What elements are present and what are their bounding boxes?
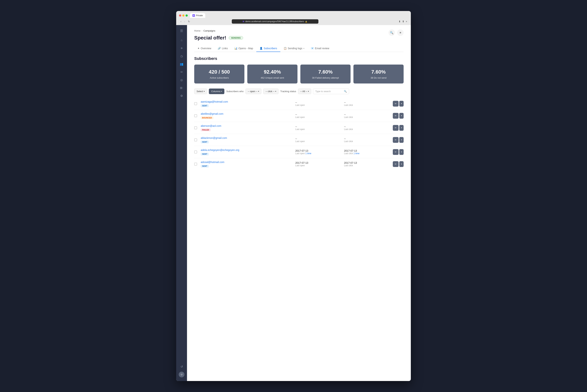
last-open-label: Last open: [295, 140, 341, 143]
sending-logs-chevron: ▾: [304, 48, 304, 50]
edit-button[interactable]: ✏: [393, 149, 399, 155]
more-button[interactable]: ▾: [399, 149, 404, 155]
last-click-label: Last click: [344, 140, 390, 143]
row-checkbox[interactable]: [194, 138, 197, 141]
click-filter[interactable]: -- click -- ▾: [263, 88, 278, 94]
user-avatar[interactable]: U: [179, 372, 184, 378]
last-click-label: Last click: [344, 128, 390, 130]
top-right-actions: 🔍 ☀: [388, 30, 404, 36]
forward-button[interactable]: ›: [184, 19, 186, 24]
sidebar-item-settings[interactable]: ⚙: [178, 92, 185, 99]
tab-subscribers[interactable]: 👤 Subscribers: [256, 45, 280, 52]
share-icon[interactable]: ⬆: [402, 20, 404, 23]
tab-links[interactable]: 🔗 Links: [214, 45, 231, 52]
edit-button[interactable]: ✏: [393, 137, 399, 143]
sidebar-item-home[interactable]: ⌂: [178, 36, 185, 44]
download-icon[interactable]: ⬇: [399, 20, 401, 23]
open-time-link[interactable]: 1 time: [306, 152, 311, 155]
subscriber-tag: SENT: [201, 141, 209, 143]
breadcrumb-home[interactable]: Home: [194, 30, 200, 32]
more-button[interactable]: ▾: [399, 101, 404, 106]
more-button[interactable]: ▾: [399, 137, 404, 143]
row-checkbox[interactable]: [194, 126, 197, 129]
table-row: abeliles@gmail.com BOUNCED -- Last open …: [194, 110, 404, 122]
more-button[interactable]: ▾: [399, 125, 404, 131]
page-header: Special offer! SENDING: [194, 35, 404, 41]
row-checkbox[interactable]: [194, 114, 197, 117]
add-tab-icon[interactable]: +: [406, 20, 407, 23]
subscriber-email[interactable]: adela.echegoyen@echegoyen.org: [201, 148, 292, 152]
all-filter[interactable]: -- All -- ▾: [298, 88, 311, 94]
edit-button[interactable]: ✏: [393, 125, 399, 131]
last-open-value: --: [295, 101, 341, 104]
table-row: aareizaga@hotmail.com SENT -- Last open …: [194, 98, 404, 110]
last-click-label: Last click: [344, 104, 390, 106]
maximize-button[interactable]: [186, 14, 188, 16]
search-button[interactable]: 🔍: [388, 30, 395, 36]
stat-donot-value: 7.60%: [357, 69, 400, 75]
search-box[interactable]: Type to search 🔍: [313, 88, 349, 94]
row-checkbox[interactable]: [194, 163, 197, 166]
theme-toggle-button[interactable]: ☀: [397, 30, 404, 36]
open-filter[interactable]: -- open -- ▾: [245, 88, 261, 94]
close-button[interactable]: [179, 14, 181, 16]
sidebar-item-edit[interactable]: ✏: [178, 68, 185, 76]
last-click-value: --: [344, 137, 390, 140]
subscriber-email[interactable]: ablackmon@gmail.com: [201, 136, 292, 140]
more-button[interactable]: ▾: [399, 161, 404, 167]
tracking-label: Tracking status: [280, 90, 296, 93]
main-content: Home › Campaigns 🔍 ☀ Special offer! SEND…: [187, 25, 411, 381]
subscriber-email[interactable]: adosal@hotmail.com: [201, 161, 292, 164]
tab-overview[interactable]: ✦ Overview: [194, 45, 214, 52]
tab-opens-map[interactable]: 📊 Opens - Map: [231, 45, 256, 52]
email-review-icon: 📧: [311, 47, 314, 50]
table-row: adosal@hotmail.com SENT 2017-07-13 Last …: [194, 158, 404, 170]
last-click-value: --: [344, 101, 390, 104]
reload-button[interactable]: ↻: [187, 19, 191, 24]
lock-icon: 🔒: [305, 20, 307, 22]
tab-sending-logs[interactable]: 📋 Sending logs ▾: [280, 45, 308, 52]
minimize-button[interactable]: [182, 14, 184, 16]
sidebar-item-send[interactable]: ✈: [178, 44, 185, 52]
more-button[interactable]: ▾: [399, 113, 404, 119]
all-filter-chevron: ▾: [308, 90, 309, 92]
address-bar[interactable]: M demo.acellemail.com/campaigns/59674ae2…: [232, 19, 319, 24]
table-row: adela.echegoyen@echegoyen.org SENT 2017-…: [194, 146, 404, 158]
edit-button[interactable]: ✏: [393, 113, 399, 119]
breadcrumb-campaigns[interactable]: Campaigns: [203, 30, 215, 32]
sidebar-item-history[interactable]: ↺: [178, 363, 185, 370]
stat-card-failed: 7.60% 38 Failed delivery attempt: [300, 64, 351, 84]
subscriber-tag: SENT: [201, 104, 209, 107]
sidebar-item-analytics[interactable]: ◎: [178, 76, 185, 84]
stat-donot-label: 38 Do not send: [357, 76, 400, 79]
subscriber-tag: SENT: [201, 153, 209, 156]
last-click-label: Last click 1 time: [344, 152, 390, 155]
subscriber-email[interactable]: abeliles@gmail.com: [201, 112, 292, 115]
sidebar: ☰ ⌂ ✈ ◷ 👥 ✏ ◎ ⊞› ⚙ ↺ U: [176, 25, 187, 381]
tab-email-review[interactable]: 📧 Email review: [308, 45, 333, 52]
select-button[interactable]: Select ▾: [194, 88, 207, 94]
favicon: M: [192, 14, 195, 17]
stat-card-donot: 7.60% 38 Do not send: [354, 64, 404, 84]
sidebar-item-contacts[interactable]: 👥: [178, 60, 185, 68]
subscriber-email[interactable]: aareizaga@hotmail.com: [201, 100, 292, 103]
sidebar-item-reports[interactable]: ⊞›: [178, 84, 185, 92]
subscriber-email[interactable]: aberson@aol.com: [201, 124, 292, 127]
click-time-link[interactable]: 1 time: [354, 152, 360, 155]
columns-button[interactable]: Columns ▾: [209, 88, 224, 94]
sidebar-item-clock[interactable]: ◷: [178, 52, 185, 60]
edit-button[interactable]: ✏: [393, 101, 399, 106]
last-click-value: 2017-07-13: [344, 162, 390, 164]
back-button[interactable]: ‹: [180, 19, 182, 24]
click-filter-chevron: ▾: [275, 90, 276, 92]
select-chevron: ▾: [204, 90, 205, 92]
last-open-value: --: [295, 113, 341, 116]
row-checkbox[interactable]: [194, 150, 197, 154]
table-row: aberson@aol.com FAILED -- Last open -- L…: [194, 122, 404, 134]
sidebar-menu-toggle[interactable]: ☰: [178, 27, 185, 34]
edit-button[interactable]: ✏: [393, 161, 399, 167]
subscribers-icon: 👤: [259, 47, 263, 50]
row-checkbox[interactable]: [194, 102, 197, 105]
browser-tab[interactable]: M Private: [190, 13, 205, 18]
overview-icon: ✦: [197, 47, 200, 50]
